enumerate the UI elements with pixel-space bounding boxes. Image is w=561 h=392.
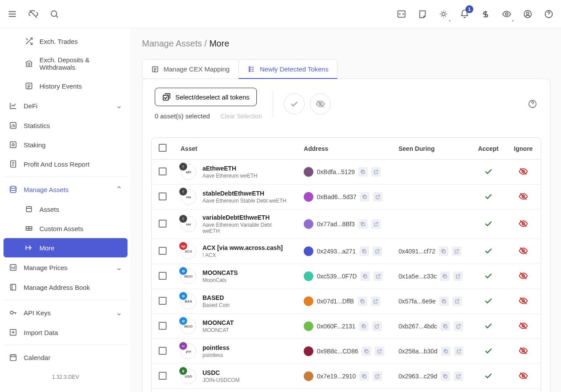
- sidebar-item-assets[interactable]: Assets: [4, 200, 128, 219]
- copy-icon[interactable]: [441, 346, 451, 356]
- row-checkbox[interactable]: [159, 322, 167, 330]
- accept-icon[interactable]: [483, 350, 493, 357]
- arrow-right-icon: [25, 243, 33, 252]
- sidebar-item-manage-prices[interactable]: Manage Prices⌄: [4, 257, 128, 278]
- sidebar-item-defi[interactable]: DeFi⌄: [4, 96, 128, 116]
- copy-icon[interactable]: [359, 371, 369, 381]
- external-link-icon[interactable]: [375, 346, 384, 356]
- copy-icon[interactable]: [358, 167, 368, 177]
- svg-rect-46: [366, 350, 368, 353]
- asset-name: USDC: [202, 369, 240, 376]
- ignore-icon[interactable]: [518, 350, 528, 357]
- theme-icon[interactable]: ▾: [438, 9, 449, 19]
- sidebar-item-address-book[interactable]: Manage Address Book: [4, 278, 128, 297]
- dollar-icon[interactable]: [480, 9, 491, 19]
- address: 0xc539...0F7D: [317, 273, 357, 280]
- copy-icon[interactable]: [358, 219, 368, 229]
- sidebar-item-calendar[interactable]: Calendar: [4, 348, 128, 367]
- sidebar-item-exch-trades[interactable]: Exch. Trades: [4, 32, 128, 51]
- copy-icon[interactable]: [439, 296, 449, 306]
- ignore-bulk-button[interactable]: [310, 93, 331, 114]
- ignore-icon[interactable]: [518, 171, 528, 178]
- ignore-icon[interactable]: [518, 275, 528, 282]
- copy-icon[interactable]: [359, 321, 369, 331]
- external-link-icon[interactable]: [373, 192, 383, 202]
- bar-icon: [9, 121, 18, 130]
- tab-newly-detected[interactable]: Newly Detected Tokens: [238, 59, 337, 79]
- accept-icon[interactable]: [483, 275, 493, 282]
- ignore-icon[interactable]: [518, 375, 528, 382]
- sidebar-item-api-keys[interactable]: API Keys⌄: [4, 303, 128, 323]
- accept-icon[interactable]: [483, 250, 493, 257]
- copy-icon[interactable]: [358, 296, 367, 306]
- sidebar-item-exch-deposits[interactable]: Exch. Deposits & Withdrawals: [4, 51, 128, 76]
- bell-icon[interactable]: 1: [459, 9, 470, 19]
- user-icon[interactable]: [522, 9, 533, 19]
- sidebar-item-more[interactable]: More: [4, 238, 128, 257]
- accept-icon[interactable]: [483, 375, 493, 382]
- row-checkbox[interactable]: [159, 220, 167, 228]
- row-checkbox[interactable]: [159, 272, 167, 280]
- external-link-icon[interactable]: [454, 346, 464, 356]
- copy-icon[interactable]: [440, 371, 450, 381]
- external-link-icon[interactable]: [453, 271, 463, 281]
- accept-bulk-button[interactable]: [284, 93, 305, 114]
- ignore-icon[interactable]: [518, 300, 528, 307]
- external-link-icon[interactable]: [373, 246, 382, 256]
- copy-icon[interactable]: [362, 346, 371, 356]
- select-all-checkbox[interactable]: [159, 144, 167, 152]
- external-link-icon[interactable]: [452, 246, 462, 256]
- tab-manage-cex[interactable]: Manage CEX Mapping: [142, 59, 239, 79]
- external-link-icon[interactable]: [373, 371, 382, 381]
- clear-selection[interactable]: Clear Selection: [220, 113, 262, 120]
- copy-icon[interactable]: [440, 271, 450, 281]
- copy-icon[interactable]: [360, 192, 369, 202]
- ignore-icon[interactable]: [518, 196, 528, 203]
- external-link-icon[interactable]: [454, 371, 463, 381]
- copy-icon[interactable]: [439, 246, 448, 256]
- sidebar-item-history-events[interactable]: History Events: [4, 76, 128, 96]
- sidebar-item-pnl[interactable]: Profit And Loss Report: [4, 154, 128, 174]
- accept-icon[interactable]: [483, 300, 493, 307]
- table-row: aEt aEthweETHAave Ethereum weETH 0xBdfa.…: [152, 160, 541, 185]
- copy-icon[interactable]: [440, 321, 450, 331]
- ignore-icon[interactable]: [518, 250, 528, 257]
- breadcrumb-parent[interactable]: Manage Assets: [142, 39, 202, 48]
- help-icon[interactable]: [527, 99, 538, 109]
- accept-icon[interactable]: [483, 223, 493, 230]
- row-checkbox[interactable]: [159, 192, 167, 200]
- row-checkbox[interactable]: [159, 372, 167, 380]
- svg-rect-37: [364, 275, 367, 278]
- sidebar-item-manage-assets[interactable]: Manage Assets⌃: [4, 179, 128, 200]
- ignore-icon[interactable]: [518, 223, 528, 230]
- code-icon[interactable]: [396, 9, 407, 19]
- row-checkbox[interactable]: [159, 347, 167, 355]
- menu-icon[interactable]: [7, 9, 18, 19]
- external-link-icon[interactable]: [371, 167, 381, 177]
- sidebar-item-custom-assets[interactable]: Custom Assets: [4, 219, 128, 238]
- note-icon[interactable]: [417, 9, 428, 19]
- copy-icon[interactable]: [360, 271, 370, 281]
- ignore-icon[interactable]: [518, 325, 528, 332]
- external-link-icon[interactable]: [454, 321, 463, 331]
- external-link-icon[interactable]: [452, 296, 462, 306]
- row-checkbox[interactable]: [159, 247, 167, 255]
- select-all-button[interactable]: Select/deselect all tokens: [155, 88, 257, 106]
- accept-icon[interactable]: [483, 171, 493, 178]
- eye-icon[interactable]: ▾: [501, 9, 512, 19]
- external-link-icon[interactable]: [371, 296, 380, 306]
- search-icon[interactable]: [49, 9, 60, 19]
- sidebar-item-staking[interactable]: Staking: [4, 135, 128, 154]
- copy-icon[interactable]: [359, 246, 369, 256]
- accept-icon[interactable]: [483, 196, 493, 203]
- accept-icon[interactable]: [483, 325, 493, 332]
- row-checkbox[interactable]: [159, 297, 167, 305]
- external-link-icon[interactable]: [372, 321, 382, 331]
- sidebar-item-statistics[interactable]: Statistics: [4, 116, 128, 135]
- external-link-icon[interactable]: [373, 271, 383, 281]
- help-icon[interactable]: [543, 9, 554, 19]
- row-checkbox[interactable]: [159, 167, 167, 175]
- sidebar-item-import-data[interactable]: Import Data: [4, 323, 128, 342]
- cloud-off-icon[interactable]: [28, 9, 39, 19]
- external-link-icon[interactable]: [371, 219, 381, 229]
